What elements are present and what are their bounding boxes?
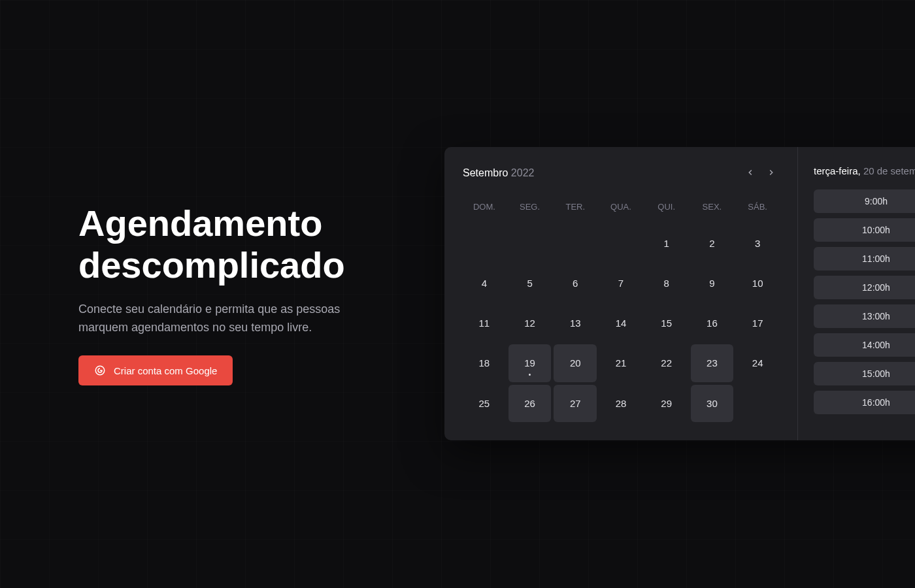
weekday-header: SEG. [508, 197, 552, 217]
calendar-day[interactable]: 2 [691, 225, 734, 262]
calendar-day[interactable]: 19 [508, 344, 552, 382]
calendar-day[interactable]: 13 [554, 304, 597, 342]
calendar-day[interactable]: 7 [599, 265, 642, 302]
time-slot-button[interactable]: 14:00h [814, 333, 915, 357]
weekday-header: TER. [554, 197, 597, 217]
chevron-left-icon [746, 168, 755, 179]
calendar-day[interactable]: 17 [736, 304, 779, 342]
time-slot-button[interactable]: 15:00h [814, 362, 915, 385]
calendar-day[interactable]: 5 [508, 265, 552, 302]
time-slot-button[interactable]: 11:00h [814, 247, 915, 270]
calendar-day[interactable]: 16 [691, 304, 734, 342]
weekday-header: SEX. [691, 197, 734, 217]
calendar-day[interactable]: 22 [645, 344, 688, 382]
calendar-day[interactable]: 8 [645, 265, 688, 302]
chevron-right-icon [767, 168, 776, 179]
calendar-next-button[interactable] [763, 165, 779, 181]
time-slot-button[interactable]: 13:00h [814, 304, 915, 328]
cta-label: Criar conta com Google [114, 365, 217, 376]
calendar-day[interactable]: 4 [463, 265, 506, 302]
calendar-day[interactable]: 30 [691, 385, 734, 422]
calendar-day-empty [736, 385, 779, 422]
time-slot-button[interactable]: 12:00h [814, 276, 915, 299]
selected-weekday-label: terça-feira, [814, 165, 861, 176]
time-slot-button[interactable]: 9:00h [814, 189, 915, 213]
weekday-header: DOM. [463, 197, 506, 217]
google-icon [94, 365, 106, 376]
calendar-day[interactable]: 3 [736, 225, 779, 262]
calendar-day-empty [599, 225, 642, 262]
calendar-day[interactable]: 26 [508, 385, 552, 422]
calendar-day[interactable]: 18 [463, 344, 506, 382]
calendar-widget: Setembro 2022 DOM [444, 147, 915, 440]
calendar-day[interactable]: 23 [691, 344, 734, 382]
weekday-header: SÁB. [736, 197, 779, 217]
calendar-day[interactable]: 1 [645, 225, 688, 262]
calendar-month-label: Setembro [463, 167, 508, 178]
calendar-day[interactable]: 14 [599, 304, 642, 342]
weekday-header: QUA. [599, 197, 642, 217]
time-slot-button[interactable]: 16:00h [814, 391, 915, 414]
hero-subtitle: Conecte seu calendário e permita que as … [78, 300, 373, 338]
calendar-day-empty [554, 225, 597, 262]
calendar-day[interactable]: 9 [691, 265, 734, 302]
calendar-day[interactable]: 28 [599, 385, 642, 422]
calendar-year-label: 2022 [511, 167, 535, 178]
time-panel-header: terça-feira, 20 de setembro [814, 165, 915, 176]
calendar-day[interactable]: 6 [554, 265, 597, 302]
calendar-day[interactable]: 12 [508, 304, 552, 342]
calendar-day[interactable]: 29 [645, 385, 688, 422]
calendar-day[interactable]: 27 [554, 385, 597, 422]
calendar-day[interactable]: 20 [554, 344, 597, 382]
selected-date-label: 20 de setembro [863, 165, 915, 176]
calendar-day[interactable]: 11 [463, 304, 506, 342]
calendar-day[interactable]: 25 [463, 385, 506, 422]
calendar-day[interactable]: 10 [736, 265, 779, 302]
weekday-header: QUI. [645, 197, 688, 217]
calendar-month-year: Setembro 2022 [463, 167, 534, 179]
calendar-day-empty [508, 225, 552, 262]
calendar-day[interactable]: 24 [736, 344, 779, 382]
calendar-day[interactable]: 21 [599, 344, 642, 382]
time-slot-button[interactable]: 10:00h [814, 218, 915, 242]
calendar-day[interactable]: 15 [645, 304, 688, 342]
hero-title: Agendamento descomplicado [78, 203, 392, 287]
create-account-google-button[interactable]: Criar conta com Google [78, 355, 233, 385]
calendar-prev-button[interactable] [742, 165, 758, 181]
calendar-day-empty [463, 225, 506, 262]
